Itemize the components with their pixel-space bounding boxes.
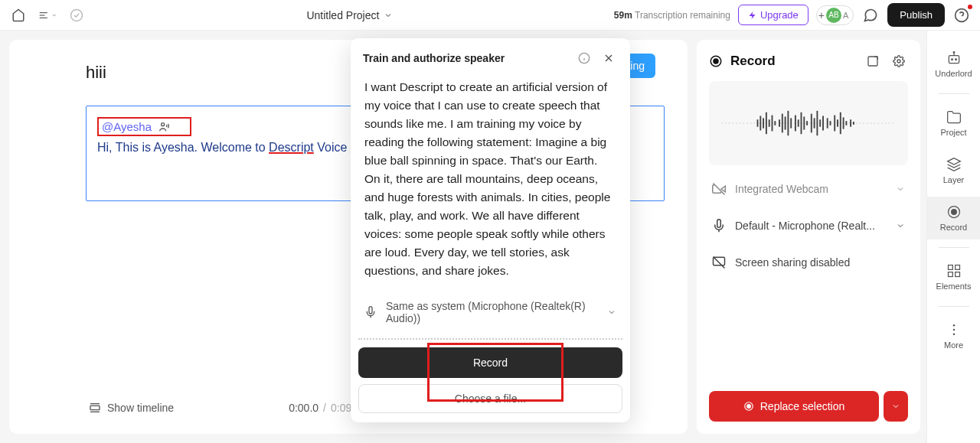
current-time: 0:00.0 [289, 402, 318, 414]
folder-icon [946, 109, 962, 125]
svg-point-61 [953, 52, 955, 54]
microphone-selector[interactable]: Default - Microphone (Realt... [709, 213, 908, 239]
record-dot-icon [709, 54, 723, 68]
project-title: Untitled Project [306, 9, 379, 21]
divider [358, 338, 622, 340]
comment-icon[interactable] [861, 6, 880, 24]
modal-title: Train and authorize speaker [363, 52, 569, 64]
speaker-tag[interactable]: @Ayesha [97, 117, 191, 136]
camera-off-icon [712, 182, 726, 196]
settings-icon[interactable] [890, 52, 908, 70]
sidebar-label: Layer [943, 175, 965, 184]
right-sidebar: Underlord Project Layer Record Elements … [926, 31, 980, 443]
popout-icon[interactable] [864, 52, 882, 70]
speaker-name: @Ayesha [102, 120, 152, 133]
chevron-down-icon [896, 184, 905, 194]
transcription-label: Transcription remaining [635, 10, 730, 21]
svg-rect-17 [868, 57, 877, 66]
sidebar-item-more[interactable]: More [927, 314, 980, 357]
svg-point-58 [951, 59, 952, 60]
record-title: Record [730, 54, 856, 69]
help-icon[interactable] [952, 6, 971, 24]
mic-label: Default - Microphone (Realt... [735, 220, 887, 232]
speaker-icon [158, 121, 170, 133]
sidebar-item-layer[interactable]: Layer [927, 149, 980, 192]
webcam-selector[interactable]: Integrated Webcam [709, 176, 908, 202]
close-icon[interactable] [599, 49, 618, 67]
modal-mic-selector[interactable]: Same as system (Microphone (Realtek(R) A… [351, 291, 630, 334]
modal-mic-label: Same as system (Microphone (Realtek(R) A… [386, 300, 598, 324]
script-underlined: Descript [269, 141, 314, 154]
info-icon[interactable] [575, 49, 593, 67]
modal-header: Train and authorize speaker [351, 38, 630, 78]
svg-point-18 [897, 60, 900, 63]
record-icon [946, 204, 962, 220]
publish-button[interactable]: Publish [887, 3, 945, 27]
sidebar-label: More [944, 340, 963, 350]
mic-icon [364, 306, 377, 318]
modal-record-button[interactable]: Record [358, 347, 622, 378]
divider [939, 306, 969, 307]
svg-rect-65 [948, 265, 952, 270]
home-icon[interactable] [9, 6, 28, 24]
waveform-icon [721, 104, 896, 142]
screenshare-selector[interactable]: Screen sharing disabled [709, 249, 908, 275]
modal-buttons: Record Choose a file... [351, 347, 630, 422]
modal-body-text: I want Descript to create an artificial … [351, 78, 630, 291]
layer-icon [946, 157, 962, 172]
svg-rect-57 [949, 56, 959, 64]
svg-marker-62 [947, 158, 960, 164]
collaborator-group[interactable]: + AB A [816, 5, 854, 25]
transcription-remaining: 59m Transcription remaining [614, 10, 730, 21]
script-suffix: Voice [314, 141, 348, 154]
project-title-dropdown[interactable]: Untitled Project [92, 9, 608, 21]
svg-point-56 [746, 405, 750, 409]
avatar: AB [826, 8, 841, 23]
show-timeline-label: Show timeline [107, 402, 174, 414]
screen-off-icon [712, 256, 726, 269]
topbar-right: 59m Transcription remaining Upgrade + AB… [614, 3, 971, 27]
svg-point-3 [71, 9, 83, 21]
check-circle-icon[interactable] [67, 6, 86, 24]
screen-label: Screen sharing disabled [735, 256, 905, 269]
sidebar-item-underlord[interactable]: Underlord [927, 43, 980, 86]
sidebar-label: Elements [936, 282, 972, 291]
chevron-down-icon [607, 308, 616, 317]
replace-selection-button[interactable]: Replace selection [709, 391, 879, 422]
svg-point-59 [955, 59, 956, 60]
svg-point-69 [952, 324, 955, 327]
sidebar-item-project[interactable]: Project [927, 102, 980, 145]
modal-choose-file-button[interactable]: Choose a file... [358, 384, 622, 413]
record-card: Record Integrated Webcam Default [697, 40, 920, 434]
replace-row: Replace selection [709, 391, 908, 422]
sidebar-label: Underlord [935, 69, 972, 78]
svg-rect-68 [948, 272, 952, 277]
upgrade-button[interactable]: Upgrade [738, 5, 808, 25]
chevron-down-icon [891, 402, 900, 411]
transcription-time: 59m [614, 10, 632, 21]
show-timeline-button[interactable]: Show timeline [89, 402, 174, 414]
svg-point-70 [952, 329, 955, 331]
svg-rect-67 [955, 272, 959, 277]
chevron-down-icon [896, 221, 905, 230]
webcam-label: Integrated Webcam [735, 183, 887, 195]
divider [939, 93, 969, 94]
upgrade-label: Upgrade [760, 9, 799, 21]
record-panel: Record Integrated Webcam Default [697, 31, 926, 443]
mic-icon [712, 219, 726, 233]
more-icon [946, 322, 962, 337]
avatar-letter: A [843, 11, 848, 20]
topbar-left [9, 6, 86, 24]
sidebar-label: Record [940, 223, 967, 232]
svg-point-6 [162, 122, 165, 125]
sidebar-item-record[interactable]: Record [927, 197, 980, 239]
svg-point-64 [951, 210, 956, 215]
svg-point-16 [714, 59, 718, 64]
timeline-icon [89, 402, 101, 414]
ai-icon [946, 50, 962, 66]
replace-dropdown[interactable] [884, 391, 908, 422]
sidebar-item-elements[interactable]: Elements [927, 256, 980, 298]
notification-dot [968, 5, 972, 9]
svg-line-54 [714, 257, 725, 269]
menu-icon[interactable] [38, 6, 57, 24]
